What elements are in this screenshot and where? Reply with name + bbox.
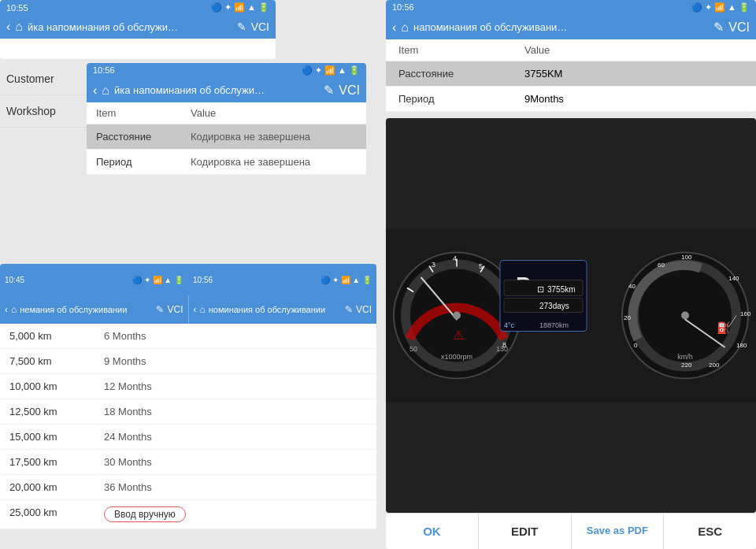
nav-bar-ml: ‹ ⌂ йка напоминания об обслужи… ✎ VCI (87, 78, 366, 102)
row-distance-ml: Расстояние Кодировка не завершена (87, 124, 366, 150)
vci-icon-ml[interactable]: VCI (339, 83, 360, 98)
workshop-label[interactable]: Workshop (0, 95, 87, 128)
icons-pbl-right: 🔵 ✦ 📶 ▲ 🔋 (321, 276, 372, 284)
list-row: 25,000 kmВвод вручную (0, 500, 376, 529)
vci-pbl-right[interactable]: VCI (356, 304, 372, 315)
period-cell-7: Ввод вручную (104, 506, 367, 522)
back-icon-pbl-right[interactable]: ‹ (194, 304, 197, 315)
svg-point-9 (453, 312, 461, 320)
back-icon-pbl-left[interactable]: ‹ (5, 304, 8, 315)
svg-text:0: 0 (634, 342, 638, 349)
back-icon-ml[interactable]: ‹ (93, 83, 97, 98)
col-item-ml: Item (96, 107, 191, 119)
vci-pbl-left[interactable]: VCI (167, 304, 183, 315)
icons-pbl-left: 🔵 ✦ 📶 ▲ 🔋 (132, 276, 183, 284)
period-value-tr: 9Months (524, 93, 564, 105)
svg-text:100: 100 (681, 254, 692, 261)
nav-title-pbl-right: номинания об обслуживании (209, 305, 342, 314)
svg-text:50: 50 (410, 345, 417, 353)
list-row: 10,000 km12 Months (0, 374, 376, 399)
svg-text:3: 3 (432, 261, 435, 269)
vci-icon-tl[interactable]: VCI (251, 20, 269, 33)
col-item-tr: Item (398, 44, 524, 56)
svg-text:4°c: 4°c (504, 321, 515, 329)
distance-cell-7: 25,000 km (9, 506, 104, 522)
period-cell-6: 36 Months (104, 481, 367, 493)
distance-cell-0: 5,000 km (9, 330, 104, 342)
list-row: 7,500 km9 Months (0, 349, 376, 374)
back-icon-tr[interactable]: ‹ (392, 20, 396, 35)
dashboard-area: x1000rpm 50 130 4 5 6 7 8 3 ⚠ P ⊡ 375 (386, 118, 756, 513)
save-pdf-button[interactable]: Save as PDF (572, 514, 665, 549)
table-header-ml: Item Value (87, 102, 366, 124)
col-value-ml: Value (191, 107, 357, 119)
time-ml: 10:56 (93, 65, 115, 76)
svg-text:3755km: 3755km (547, 285, 576, 294)
customer-label[interactable]: Customer (0, 63, 87, 95)
nav-title-ml: йка напоминания об обслужи… (114, 84, 319, 96)
status-bar-pbl-right: 10:56 🔵 ✦ 📶 ▲ 🔋 (188, 264, 376, 295)
nav-title-tl: йка напоминания об обслужи… (28, 21, 232, 33)
distance-value-tr: 3755KM (524, 68, 562, 80)
svg-text:140: 140 (728, 275, 739, 282)
home-icon-pbl-left[interactable]: ⌂ (11, 304, 17, 315)
distance-label-tr: Расстояние (398, 68, 524, 80)
svg-text:km/h: km/h (677, 353, 693, 361)
svg-text:⊡: ⊡ (537, 284, 544, 294)
esc-button[interactable]: ESC (664, 514, 756, 549)
time-tr: 10:56 (392, 2, 414, 13)
bottom-buttons: OK EDIT Save as PDF ESC (386, 513, 756, 549)
list-row: 17,500 km30 Months (0, 450, 376, 475)
period-cell-2: 12 Months (104, 380, 367, 392)
distance-cell-3: 12,500 km (9, 406, 104, 417)
nav-actions-tl: ✎ VCI (237, 20, 269, 33)
list-row: 5,000 km6 Months (0, 324, 376, 349)
svg-text:40: 40 (628, 283, 636, 290)
time-pbl-right: 10:56 (193, 276, 213, 284)
status-bar-tl: 10:55 🔵 ✦ 📶 ▲ 🔋 (0, 0, 276, 15)
edit-icon-tl[interactable]: ✎ (237, 20, 246, 33)
list-row: 12,500 km18 Months (0, 399, 376, 425)
distance-value-ml: Кодировка не завершена (191, 131, 357, 143)
ok-button[interactable]: OK (386, 514, 479, 549)
distance-cell-2: 10,000 km (9, 380, 104, 392)
distance-label-ml: Расстояние (96, 131, 191, 143)
phone-mid-left: 10:56 🔵 ✦ 📶 ▲ 🔋 ‹ ⌂ йка напоминания об о… (87, 63, 366, 175)
status-bar-tr: 10:56 🔵 ✦ 📶 ▲ 🔋 (386, 0, 756, 15)
home-icon-pbl-right[interactable]: ⌂ (200, 304, 206, 315)
vci-icon-tr[interactable]: VCI (728, 20, 750, 35)
dashboard-svg: x1000rpm 50 130 4 5 6 7 8 3 ⚠ P ⊡ 375 (386, 118, 756, 513)
manual-input-badge[interactable]: Ввод вручную (104, 506, 186, 522)
svg-text:⚠: ⚠ (453, 328, 464, 342)
edit-icon-tr[interactable]: ✎ (713, 20, 724, 35)
edit-button[interactable]: EDIT (479, 514, 572, 549)
row-distance-tr: Расстояние 3755KM (386, 61, 756, 87)
period-cell-5: 30 Months (104, 456, 367, 468)
service-list: 5,000 km6 Months7,500 km9 Months10,000 k… (0, 324, 376, 529)
icons-ml: 🔵 ✦ 📶 ▲ 🔋 (302, 65, 360, 76)
period-value-ml: Кодировка не завершена (191, 156, 357, 168)
list-row: 15,000 km24 Months (0, 425, 376, 450)
phone-top-right: 10:56 🔵 ✦ 📶 ▲ 🔋 ‹ ⌂ напоминания об обслу… (386, 0, 756, 112)
list-row: 20,000 km36 Months (0, 475, 376, 500)
distance-cell-4: 15,000 km (9, 431, 104, 443)
right-section: 10:56 🔵 ✦ 📶 ▲ 🔋 ‹ ⌂ напоминания об обслу… (386, 0, 756, 549)
edit-pbl-right[interactable]: ✎ (345, 304, 353, 315)
back-icon-tl[interactable]: ‹ (6, 20, 10, 34)
home-icon-ml[interactable]: ⌂ (102, 83, 109, 98)
edit-pbl-left[interactable]: ✎ (156, 304, 164, 315)
svg-text:160: 160 (740, 310, 751, 317)
svg-text:8: 8 (502, 341, 506, 349)
svg-text:60: 60 (658, 262, 665, 269)
home-icon-tl[interactable]: ⌂ (15, 20, 23, 34)
home-icon-tr[interactable]: ⌂ (401, 20, 409, 35)
edit-icon-ml[interactable]: ✎ (324, 83, 334, 98)
svg-text:220: 220 (681, 362, 692, 369)
period-cell-0: 6 Months (104, 330, 367, 342)
svg-point-32 (681, 312, 689, 320)
status-icons-tl: 🔵 ✦ 📶 ▲ 🔋 (211, 2, 269, 13)
distance-cell-1: 7,500 km (9, 355, 104, 367)
phone-bottom-left: 10:45 🔵 ✦ 📶 ▲ 🔋 10:56 🔵 ✦ 📶 ▲ 🔋 ‹ ⌂ нема… (0, 264, 376, 529)
svg-text:5: 5 (479, 262, 483, 270)
phone-top-left: 10:55 🔵 ✦ 📶 ▲ 🔋 ‹ ⌂ йка напоминания об о… (0, 0, 276, 59)
